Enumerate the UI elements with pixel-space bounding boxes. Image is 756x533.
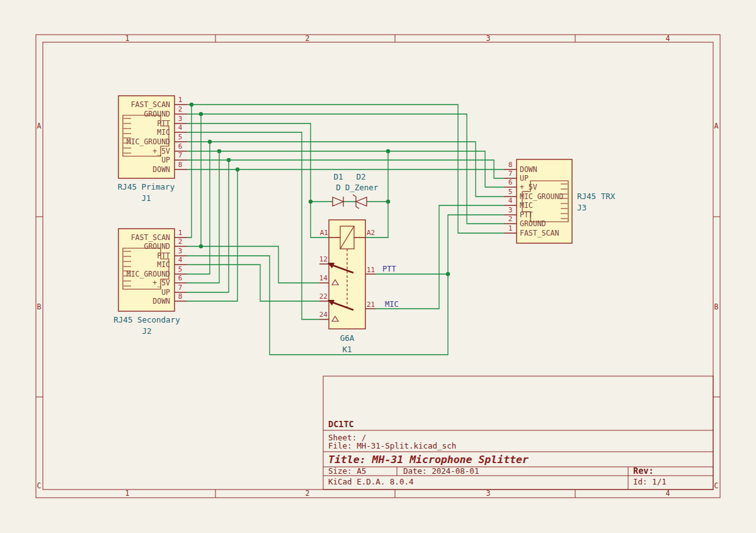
title-block-date: Date: 2024-08-01 [403, 466, 479, 476]
j2-pin-number: 7 [178, 284, 183, 292]
j3-pin-number: 3 [508, 206, 513, 214]
wire-net-mic-common[interactable] [375, 205, 504, 309]
j2-value[interactable]: RJ45 Secondary [113, 315, 180, 324]
j3-pin-number: 6 [508, 178, 513, 186]
j3-pin-number: 4 [508, 197, 513, 205]
net-label-mic[interactable]: MIC [385, 300, 399, 309]
schematic-sheet: 1 2 3 4 1 2 3 4 A B C A B C [0, 0, 756, 533]
j1-pin-number: 5 [178, 133, 183, 141]
j1-pin-number: 6 [178, 142, 183, 151]
j1-pin-number: 3 [178, 115, 183, 123]
d1-ref[interactable]: D1 [333, 172, 343, 181]
col-label-3-top: 3 [486, 34, 491, 43]
net-label-ptt[interactable]: PTT [382, 265, 396, 273]
j1-pin-name: UP [161, 156, 170, 164]
j3-pin-name: MIC [520, 201, 533, 210]
j1-pin-name: GROUND [144, 110, 170, 118]
junction-dot[interactable] [217, 149, 221, 153]
junction-dot[interactable] [386, 200, 390, 203]
row-label-a-right: A [714, 122, 719, 130]
j2-pin-name: DOWN [152, 297, 170, 306]
row-label-b-right: B [714, 302, 719, 311]
k1-pin-a2: A2 [367, 229, 375, 237]
j2-pin-number: 2 [178, 238, 183, 246]
d2-value[interactable]: D_Zener [345, 183, 379, 192]
col-label-3-bottom: 3 [486, 489, 491, 498]
col-label-4-bottom: 4 [666, 489, 670, 498]
connector-j2[interactable]: 1 2 3 4 5 6 7 8 FAST_SCAN GROUND PTT MIC… [113, 229, 187, 336]
k1-ref[interactable]: K1 [342, 345, 352, 354]
j2-pin-name: MIC_GROUND [127, 270, 170, 278]
j3-pin-name: UP [520, 174, 529, 183]
row-label-c-right: C [714, 481, 719, 490]
j2-pin-name: GROUND [144, 242, 170, 251]
j2-ref[interactable]: J2 [142, 326, 151, 336]
junction-dot[interactable] [199, 244, 203, 248]
j3-pin-name: MIC_GROUND [520, 192, 563, 201]
j1-value[interactable]: RJ45 Primary [118, 182, 175, 192]
d1-triangle[interactable] [333, 197, 343, 206]
j1-pin-name: FAST_SCAN [131, 100, 170, 109]
k1-pin-14: 14 [319, 274, 328, 282]
k1-pin-a1: A1 [320, 229, 328, 237]
j2-pin-number: 4 [178, 256, 183, 264]
d2-ref[interactable]: D2 [356, 172, 365, 181]
title-block-outline [323, 376, 713, 490]
col-label-1-bottom: 1 [125, 489, 130, 498]
j1-ref[interactable]: J1 [141, 193, 151, 203]
j2-pin-number: 6 [178, 274, 183, 282]
schematic-canvas[interactable]: 1 2 3 4 1 2 3 4 A B C A B C [0, 0, 756, 533]
j3-value[interactable]: RJ45 TRX [577, 192, 616, 201]
k1-value[interactable]: G6A [340, 333, 355, 343]
j2-pin-number: 3 [178, 247, 183, 255]
junction-dot[interactable] [227, 158, 231, 162]
relay-k1[interactable]: A1 A2 12 14 22 24 11 21 G6A K1 [319, 220, 375, 354]
j1-pin-number: 8 [178, 161, 183, 169]
k1-body[interactable] [329, 220, 365, 329]
j2-pin-name: UP [161, 288, 170, 297]
title-block: DC1TC Sheet: / File: MH-31-Split.kicad_s… [323, 376, 713, 490]
diode-d1[interactable]: D1 D [333, 172, 343, 207]
j1-pin-name: PTT [157, 119, 170, 128]
d1-value[interactable]: D [336, 183, 341, 192]
col-label-1-top: 1 [125, 34, 130, 43]
connector-j1[interactable]: 1 2 3 4 5 6 7 8 FAST_SCAN GROUND PTT MIC… [118, 96, 187, 203]
j3-pin-number: 8 [508, 161, 513, 169]
j2-pin-name: FAST_SCAN [131, 233, 170, 242]
j3-pin-name: FAST_SCAN [520, 229, 559, 238]
j1-pin-name: +_5V [152, 147, 170, 156]
j2-pin-name: PTT [157, 251, 170, 260]
col-label-2-bottom: 2 [306, 489, 310, 498]
junction-dot[interactable] [190, 103, 193, 106]
junction-dot[interactable] [386, 149, 390, 153]
title-block-size: Size: A5 [328, 466, 366, 476]
title-block-file: File: MH-31-Split.kicad_sch [328, 441, 456, 450]
junction-dot[interactable] [199, 112, 203, 116]
j1-pin-name: DOWN [152, 165, 170, 174]
junction-dot[interactable] [446, 272, 450, 276]
j1-pin-number: 4 [178, 123, 183, 132]
k1-pin-11: 11 [367, 266, 375, 274]
j3-pin-name: PTT [520, 210, 533, 219]
j2-pin-number: 8 [178, 292, 183, 301]
j3-pin-name: GROUND [520, 219, 546, 228]
wire-net-fast-scan[interactable] [187, 105, 504, 238]
j2-pin-number: 5 [178, 265, 183, 273]
d2-triangle[interactable] [356, 197, 367, 206]
col-label-4-top: 4 [666, 34, 670, 43]
j3-pin-name: +_5V [520, 183, 537, 192]
j3-ref[interactable]: J3 [577, 203, 587, 212]
j3-pin-number: 2 [508, 215, 513, 223]
title-block-id: Id: 1/1 [633, 477, 667, 486]
junction-dot[interactable] [208, 140, 212, 144]
j1-pin-name: MIC [157, 128, 170, 137]
title-block-tool: KiCad E.D.A. 8.0.4 [328, 477, 413, 486]
junction-dot[interactable] [236, 168, 239, 171]
junction-dot[interactable] [309, 200, 312, 203]
row-label-c-left: C [37, 481, 42, 490]
diode-d2[interactable]: D2 D_Zener [345, 172, 379, 209]
j2-pin-name: +_5V [152, 278, 170, 287]
j1-pin-number: 2 [178, 105, 183, 113]
connector-j3[interactable]: 8 7 6 5 4 3 2 1 DOWN UP +_5V MIC_GROUND … [504, 159, 616, 243]
title-block-title: Title: MH-31 Microphone Splitter [328, 454, 529, 466]
